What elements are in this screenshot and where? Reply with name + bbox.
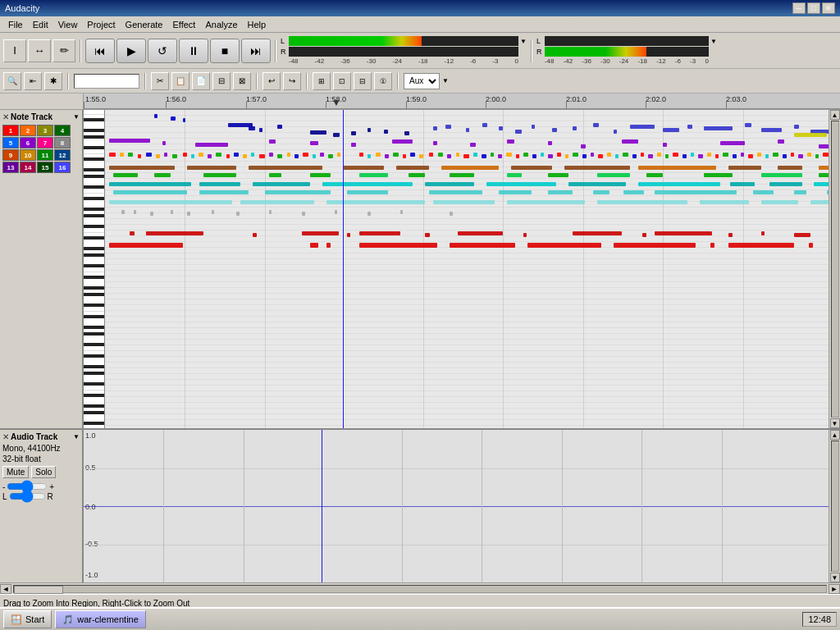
tool-timeshift[interactable]: ⇤ bbox=[24, 72, 42, 90]
time-input[interactable] bbox=[74, 74, 139, 89]
taskbar-app[interactable]: 🎵 war-clementine bbox=[55, 610, 146, 628]
btn-zoom-out[interactable]: ⊟ bbox=[354, 72, 372, 90]
ch-4[interactable]: 4 bbox=[54, 125, 71, 136]
audio-v-scroll-down[interactable]: ▼ bbox=[830, 573, 840, 582]
notes-area[interactable] bbox=[105, 110, 829, 428]
v-scrollbar[interactable]: ▲ ▼ bbox=[829, 110, 840, 428]
ch-15[interactable]: 15 bbox=[37, 162, 53, 173]
note-red-b9 bbox=[728, 243, 794, 248]
audio-v-scroll-up[interactable]: ▲ bbox=[830, 430, 840, 440]
note-p3 bbox=[195, 143, 228, 147]
btn-zoom-sel[interactable]: ⊞ bbox=[313, 72, 331, 90]
note-mc10 bbox=[259, 154, 265, 158]
maximize-button[interactable]: □ bbox=[807, 2, 820, 14]
ch-8[interactable]: 8 bbox=[54, 137, 71, 148]
tool-zoom-in[interactable]: 🔍 bbox=[3, 72, 21, 90]
pan-slider[interactable] bbox=[9, 491, 46, 501]
note-track-menu[interactable]: ▼ bbox=[73, 113, 80, 121]
ch-11[interactable]: 11 bbox=[37, 149, 53, 161]
vu-bar-l2 bbox=[545, 47, 709, 57]
ch-7[interactable]: 7 bbox=[37, 137, 53, 148]
grid-line-4 bbox=[503, 110, 504, 428]
sep2 bbox=[275, 39, 276, 62]
audio-track-close[interactable]: ✕ bbox=[2, 432, 9, 441]
menu-project[interactable]: Project bbox=[82, 18, 120, 31]
ch-13[interactable]: 13 bbox=[2, 162, 19, 173]
note-17 bbox=[482, 123, 487, 127]
audio-track-menu[interactable]: ▼ bbox=[73, 433, 80, 441]
btn-paste[interactable]: 📄 bbox=[192, 72, 210, 90]
menu-help[interactable]: Help bbox=[243, 18, 272, 31]
h-scrollbar-thumb[interactable] bbox=[14, 586, 63, 594]
aux-select[interactable]: Aux bbox=[404, 73, 440, 89]
btn-silence[interactable]: ⊠ bbox=[233, 72, 251, 90]
btn-loop[interactable]: ↺ bbox=[148, 39, 177, 63]
sep7 bbox=[306, 73, 308, 89]
btn-trim[interactable]: ⊟ bbox=[212, 72, 231, 90]
btn-copy[interactable]: 📋 bbox=[171, 72, 189, 90]
btn-redo[interactable]: ↪ bbox=[283, 72, 301, 90]
audio-waveform[interactable]: 1.0 0.5 0.0 -0.5 -1.0 bbox=[84, 430, 829, 582]
ch-2[interactable]: 2 bbox=[20, 125, 36, 136]
btn-cut[interactable]: ✂ bbox=[151, 72, 169, 90]
h-scroll-right[interactable]: ► bbox=[829, 584, 840, 594]
menu-view[interactable]: View bbox=[53, 18, 83, 31]
tool-multi[interactable]: ✱ bbox=[44, 72, 62, 90]
playback-triangle: ▼ bbox=[331, 97, 341, 108]
note-p4 bbox=[269, 139, 276, 144]
menu-file[interactable]: File bbox=[3, 18, 28, 31]
ch-16[interactable]: 16 bbox=[54, 162, 71, 173]
close-window-button[interactable]: ✕ bbox=[822, 2, 835, 14]
tool-select[interactable]: I bbox=[3, 39, 26, 62]
ch-6[interactable]: 6 bbox=[20, 137, 36, 148]
note-mc9 bbox=[251, 153, 254, 157]
tool-envelope[interactable]: ↔ bbox=[28, 39, 51, 62]
ch-10[interactable]: 10 bbox=[20, 149, 36, 161]
note-p15 bbox=[720, 141, 745, 145]
audio-v-scroll-track[interactable] bbox=[831, 441, 839, 572]
btn-skip-back[interactable]: ⏮ bbox=[85, 39, 115, 63]
btn-skip-fwd[interactable]: ⏭ bbox=[241, 39, 271, 63]
btn-play[interactable]: ▶ bbox=[116, 39, 146, 63]
menu-edit[interactable]: Edit bbox=[28, 18, 53, 31]
tool-draw[interactable]: ✏ bbox=[52, 39, 75, 62]
ch-3[interactable]: 3 bbox=[37, 125, 53, 136]
ruler-line-0 bbox=[84, 102, 84, 108]
note-track-close[interactable]: ✕ bbox=[2, 112, 9, 121]
btn-pause[interactable]: ⏸ bbox=[179, 39, 208, 63]
note-mc8 bbox=[243, 154, 247, 158]
note-t3 bbox=[253, 182, 310, 186]
ch-9[interactable]: 9 bbox=[2, 149, 19, 161]
vu-l-indicator: ▼ bbox=[520, 38, 527, 45]
menu-effect[interactable]: Effect bbox=[167, 18, 200, 31]
note-18 bbox=[499, 126, 503, 130]
ruler-area[interactable]: 1:55.0 1:56.0 1:57.0 1:58.0 ▼ 1:59.0 2:0… bbox=[84, 94, 840, 109]
btn-zoom-fit[interactable]: ⊡ bbox=[333, 72, 351, 90]
solo-button[interactable]: Solo bbox=[31, 466, 56, 478]
note-19 bbox=[515, 130, 522, 134]
ch-14[interactable]: 14 bbox=[20, 162, 36, 173]
h-scrollbar-track[interactable] bbox=[13, 585, 827, 593]
ch-5[interactable]: 5 bbox=[2, 137, 19, 148]
note-p8 bbox=[433, 141, 437, 145]
h-scroll-left[interactable]: ◄ bbox=[0, 584, 11, 594]
mute-button[interactable]: Mute bbox=[2, 466, 29, 478]
v-scroll-down[interactable]: ▼ bbox=[830, 418, 840, 428]
v-scroll-up[interactable]: ▲ bbox=[830, 110, 840, 120]
btn-stop[interactable]: ■ bbox=[210, 39, 240, 63]
minimize-button[interactable]: ─ bbox=[792, 2, 806, 14]
audio-v-scrollbar[interactable]: ▲ ▼ bbox=[829, 430, 840, 582]
ch-1[interactable]: 1 bbox=[2, 125, 19, 136]
aux-dropdown[interactable]: ▼ bbox=[442, 77, 449, 84]
btn-zoom-1[interactable]: ① bbox=[374, 72, 392, 90]
note-gray5 bbox=[187, 212, 190, 216]
ch-12[interactable]: 12 bbox=[54, 149, 71, 161]
btn-undo[interactable]: ↩ bbox=[262, 72, 281, 90]
v-scroll-track[interactable] bbox=[831, 121, 839, 418]
menu-analyze[interactable]: Analyze bbox=[200, 18, 242, 31]
h-scrollbar[interactable]: ◄ ► bbox=[0, 582, 840, 594]
start-button[interactable]: 🪟 Start bbox=[3, 610, 52, 628]
audio-grid-v2 bbox=[244, 430, 244, 582]
note-track-content[interactable] bbox=[84, 110, 829, 428]
menu-generate[interactable]: Generate bbox=[121, 18, 168, 31]
